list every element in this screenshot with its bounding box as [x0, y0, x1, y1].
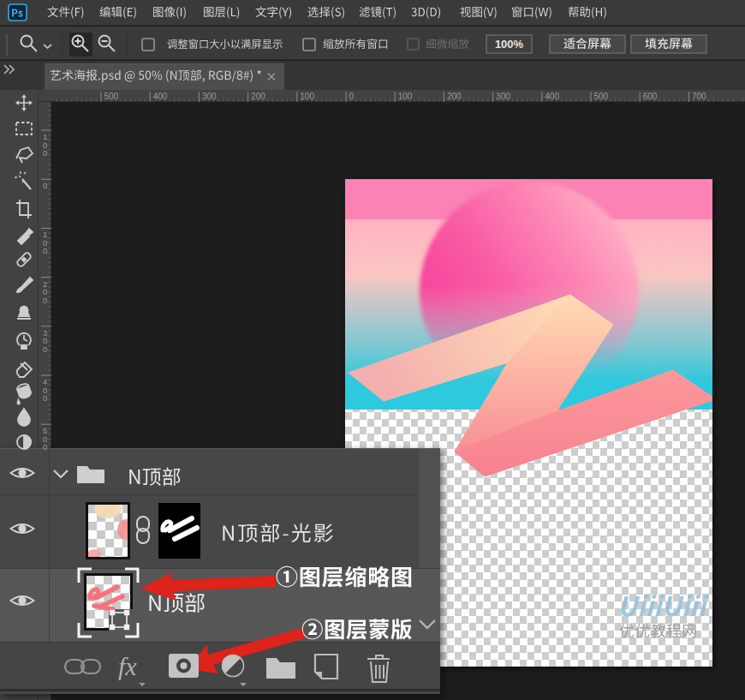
svg-text:0: 0 — [43, 148, 47, 158]
svg-text:0: 0 — [43, 181, 47, 190]
svg-text:0: 0 — [43, 393, 47, 403]
svg-text:0: 0 — [43, 246, 47, 255]
svg-text:0: 0 — [349, 92, 355, 101]
svg-text:0: 0 — [43, 442, 47, 452]
svg-text:100%: 100% — [495, 38, 524, 51]
svg-text:0: 0 — [43, 296, 47, 305]
svg-text:0: 0 — [43, 344, 47, 354]
svg-text:fx: fx — [118, 652, 137, 680]
